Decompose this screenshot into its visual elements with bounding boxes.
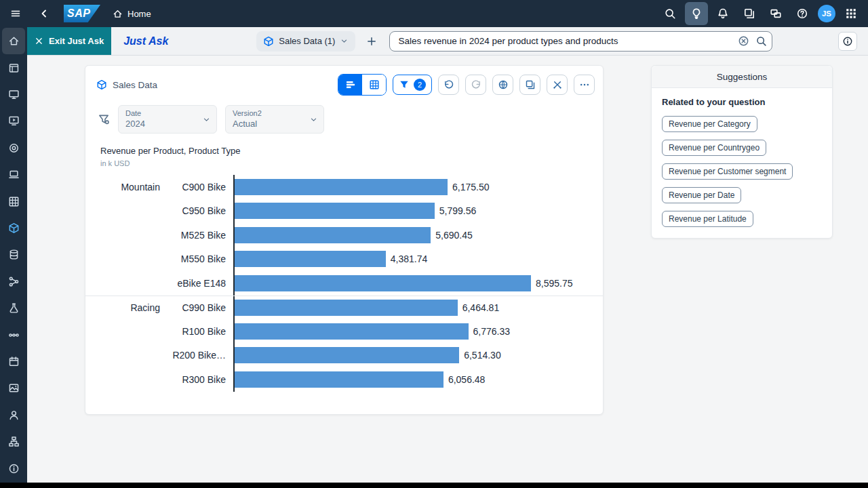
bar[interactable] bbox=[235, 227, 431, 243]
suggestion-pill[interactable]: Revenue per Countrygeo bbox=[662, 140, 766, 156]
bar-track: 6,175.50 bbox=[233, 175, 593, 199]
just-ask-bar: Exit Just Ask Just Ask Sales Data (1) bbox=[27, 27, 868, 56]
tools-button[interactable] bbox=[547, 75, 568, 95]
sidebar-item-cube[interactable] bbox=[2, 215, 25, 241]
sidebar-item-presentation[interactable] bbox=[2, 108, 25, 134]
card-header: Sales Data 2 bbox=[85, 66, 603, 100]
category-label: R100 Bike bbox=[160, 326, 226, 337]
bar[interactable] bbox=[235, 203, 435, 219]
category-label: M550 Bike bbox=[160, 253, 226, 264]
info-icon bbox=[842, 36, 853, 47]
copy-button[interactable] bbox=[519, 75, 540, 95]
sidebar-item-laptop[interactable] bbox=[2, 161, 25, 188]
bar-chart: MountainC900 Bike6,175.50C950 Bike5,799.… bbox=[85, 175, 603, 392]
chart-row: M550 Bike4,381.74 bbox=[85, 247, 603, 272]
sidebar-item-image[interactable] bbox=[2, 375, 25, 401]
help-button[interactable] bbox=[791, 2, 814, 25]
model-selector-label: Sales Data (1) bbox=[279, 36, 335, 46]
sidebar-item-donut-chart[interactable] bbox=[2, 135, 25, 161]
undo-button[interactable] bbox=[438, 75, 459, 95]
bar[interactable] bbox=[235, 300, 458, 316]
filter-settings-icon[interactable] bbox=[98, 113, 110, 125]
copy-windows-button[interactable] bbox=[738, 2, 761, 25]
model-selector[interactable]: Sales Data (1) bbox=[256, 31, 355, 52]
main-area: Sales Data 2 bbox=[27, 56, 868, 483]
table-view-button[interactable] bbox=[362, 75, 386, 95]
more-actions-button[interactable] bbox=[574, 75, 595, 95]
value-label: 4,381.74 bbox=[391, 253, 428, 264]
chart-row: MountainC900 Bike6,175.50 bbox=[85, 175, 603, 199]
chart-row: R300 Bike6,056.48 bbox=[85, 367, 603, 392]
category-label: C990 Bike bbox=[160, 302, 226, 313]
sidebar-item-person[interactable] bbox=[2, 402, 25, 428]
suggestions-body: Related to your question Revenue per Cat… bbox=[652, 88, 832, 238]
bar[interactable] bbox=[235, 347, 459, 363]
screens-button[interactable] bbox=[764, 2, 787, 25]
cube-icon bbox=[96, 79, 107, 90]
suggestion-pill[interactable]: Revenue per Date bbox=[662, 187, 741, 203]
submit-question-button[interactable] bbox=[755, 35, 767, 47]
value-label: 6,175.50 bbox=[452, 182, 490, 192]
chart-subtitle: in k USD bbox=[100, 159, 592, 167]
bell-button[interactable] bbox=[711, 2, 734, 25]
suggestions-panel: Suggestions Related to your question Rev… bbox=[651, 65, 833, 239]
sidebar bbox=[0, 27, 27, 483]
sidebar-item-database[interactable] bbox=[2, 241, 25, 268]
bar-track: 6,464.81 bbox=[233, 296, 593, 320]
clear-query-button[interactable] bbox=[738, 35, 749, 47]
chevron-left-icon bbox=[39, 8, 50, 19]
sidebar-item-calendar[interactable] bbox=[2, 348, 25, 375]
sidebar-item-building[interactable] bbox=[2, 428, 25, 455]
sidebar-item-home[interactable] bbox=[2, 28, 25, 54]
bar-track: 5,690.45 bbox=[233, 223, 593, 247]
suggestion-pill[interactable]: Revenue per Category bbox=[662, 116, 757, 132]
redo-button[interactable] bbox=[465, 75, 486, 95]
monitor-icon bbox=[8, 89, 20, 100]
chevron-down-icon bbox=[340, 37, 349, 45]
sidebar-item-nodes[interactable] bbox=[2, 321, 25, 348]
group-label: Racing bbox=[85, 302, 160, 313]
sidebar-item-info[interactable] bbox=[2, 455, 25, 482]
close-icon bbox=[35, 37, 43, 45]
suggestion-pill[interactable]: Revenue per Customer segment bbox=[662, 163, 793, 180]
question-input[interactable] bbox=[389, 31, 772, 52]
filter-token-version[interactable]: Version2 Actual bbox=[225, 105, 324, 134]
chart-view-button[interactable] bbox=[338, 75, 362, 95]
avatar[interactable]: JS bbox=[818, 5, 835, 22]
bar[interactable] bbox=[235, 275, 531, 291]
suggestion-pill[interactable]: Revenue per Latitude bbox=[662, 211, 753, 227]
sidebar-item-window[interactable] bbox=[2, 54, 25, 81]
person-icon bbox=[8, 409, 20, 421]
search-button[interactable] bbox=[658, 2, 682, 25]
chart-toolbar: 2 bbox=[338, 74, 595, 96]
sidebar-item-share[interactable] bbox=[2, 268, 25, 295]
info-button[interactable] bbox=[838, 32, 857, 51]
lightbulb-button[interactable] bbox=[685, 2, 708, 25]
back-button[interactable] bbox=[34, 3, 54, 24]
app-grid-button[interactable] bbox=[840, 2, 863, 25]
sidebar-item-monitor[interactable] bbox=[2, 81, 25, 108]
bar[interactable] bbox=[235, 251, 386, 267]
sidebar-item-flask[interactable] bbox=[2, 295, 25, 321]
breadcrumb[interactable]: Home bbox=[113, 9, 151, 19]
add-model-button[interactable] bbox=[362, 32, 381, 51]
card-title: Sales Data bbox=[113, 80, 157, 90]
bar[interactable] bbox=[235, 179, 448, 195]
database-icon bbox=[8, 249, 20, 260]
breadcrumb-label: Home bbox=[127, 9, 151, 19]
filter-button[interactable]: 2 bbox=[393, 75, 432, 95]
chevron-down-icon bbox=[202, 115, 211, 124]
topbar-actions bbox=[658, 2, 814, 25]
category-label: R200 Bike… bbox=[160, 350, 226, 361]
menu-button[interactable] bbox=[5, 3, 26, 24]
cube-icon bbox=[8, 222, 20, 234]
filter-token-date[interactable]: Date 2024 bbox=[118, 105, 217, 134]
explore-button[interactable] bbox=[492, 75, 513, 95]
globe-icon bbox=[498, 79, 509, 90]
exit-just-ask-button[interactable]: Exit Just Ask bbox=[27, 27, 111, 55]
top-shell-bar: SAP Home JS bbox=[0, 0, 868, 27]
sidebar-item-table[interactable] bbox=[2, 188, 25, 214]
bar[interactable] bbox=[235, 323, 469, 340]
value-label: 6,056.48 bbox=[448, 374, 486, 385]
bar[interactable] bbox=[235, 371, 443, 388]
